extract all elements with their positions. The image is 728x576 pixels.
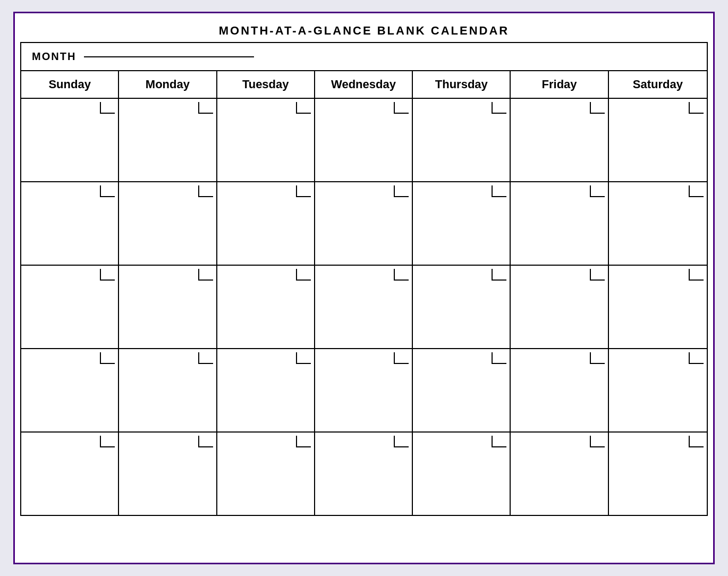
calendar-row-1 [21,99,707,182]
cell-1-2[interactable] [119,99,217,181]
cell-2-3[interactable] [217,182,315,265]
cell-5-1[interactable] [21,433,119,515]
date-corner [590,185,605,197]
page-wrapper: MONTH-AT-A-GLANCE BLANK CALENDAR MONTH S… [13,12,715,564]
date-corner [492,352,506,364]
date-corner [296,185,311,197]
cell-4-7[interactable] [609,349,707,431]
cell-1-3[interactable] [217,99,315,181]
date-corner [296,436,311,447]
date-corner [394,436,409,447]
day-header-tuesday: Tuesday [217,71,315,98]
date-corner [100,352,115,364]
date-corner [296,269,311,281]
day-header-saturday: Saturday [609,71,707,98]
date-corner [296,102,311,114]
cell-1-7[interactable] [609,99,707,181]
cell-3-1[interactable] [21,266,119,348]
cell-2-6[interactable] [511,182,608,265]
date-corner [394,102,409,114]
calendar-grid [21,99,707,515]
day-header-monday: Monday [119,71,217,98]
calendar-row-4 [21,349,707,433]
day-header-friday: Friday [511,71,608,98]
date-corner [198,102,213,114]
date-corner [492,102,506,114]
date-corner [296,352,311,364]
cell-5-7[interactable] [609,433,707,515]
cell-5-3[interactable] [217,433,315,515]
date-corner [689,436,704,447]
cell-4-6[interactable] [511,349,608,431]
cell-4-2[interactable] [119,349,217,431]
date-corner [100,436,115,447]
days-header: Sunday Monday Tuesday Wednesday Thursday… [21,71,707,99]
date-corner [100,102,115,114]
date-corner [590,102,605,114]
cell-3-5[interactable] [413,266,511,348]
date-corner [689,185,704,197]
date-corner [689,269,704,281]
cell-5-4[interactable] [315,433,413,515]
date-corner [492,436,506,447]
month-line [84,56,254,57]
cell-4-3[interactable] [217,349,315,431]
cell-3-7[interactable] [609,266,707,348]
calendar-container: MONTH Sunday Monday Tuesday Wednesday Th… [20,42,708,516]
day-header-thursday: Thursday [413,71,511,98]
cell-2-1[interactable] [21,182,119,265]
day-header-wednesday: Wednesday [315,71,413,98]
cell-5-6[interactable] [511,433,608,515]
date-corner [590,436,605,447]
cell-3-3[interactable] [217,266,315,348]
date-corner [492,269,506,281]
cell-4-4[interactable] [315,349,413,431]
cell-1-5[interactable] [413,99,511,181]
date-corner [198,352,213,364]
date-corner [590,269,605,281]
day-header-sunday: Sunday [21,71,119,98]
cell-2-2[interactable] [119,182,217,265]
cell-1-6[interactable] [511,99,608,181]
date-corner [590,352,605,364]
cell-5-2[interactable] [119,433,217,515]
cell-2-7[interactable] [609,182,707,265]
cell-2-4[interactable] [315,182,413,265]
calendar-row-5 [21,433,707,515]
date-corner [394,269,409,281]
cell-1-4[interactable] [315,99,413,181]
date-corner [394,352,409,364]
cell-5-5[interactable] [413,433,511,515]
cell-3-4[interactable] [315,266,413,348]
calendar-row-2 [21,182,707,266]
cell-3-6[interactable] [511,266,608,348]
date-corner [198,436,213,447]
date-corner [198,185,213,197]
date-corner [492,185,506,197]
date-corner [394,185,409,197]
calendar-row-3 [21,266,707,349]
cell-4-5[interactable] [413,349,511,431]
page-title: MONTH-AT-A-GLANCE BLANK CALENDAR [20,19,708,42]
month-label: MONTH [32,50,76,63]
date-corner [198,269,213,281]
month-header: MONTH [21,43,707,71]
cell-3-2[interactable] [119,266,217,348]
date-corner [100,269,115,281]
date-corner [689,102,704,114]
cell-4-1[interactable] [21,349,119,431]
cell-1-1[interactable] [21,99,119,181]
date-corner [100,185,115,197]
cell-2-5[interactable] [413,182,511,265]
date-corner [689,352,704,364]
